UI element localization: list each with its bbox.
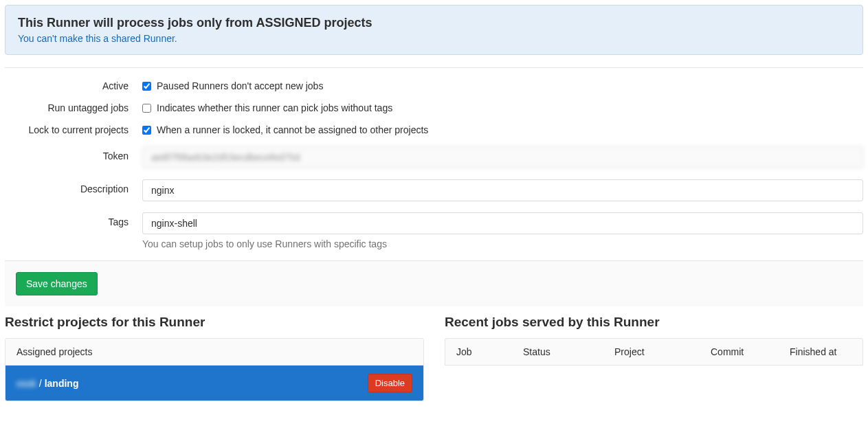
run-untagged-checkbox[interactable]	[142, 104, 151, 113]
save-button[interactable]: Save changes	[16, 272, 98, 295]
th-commit: Commit	[700, 339, 779, 365]
form-row-description: Description	[5, 179, 863, 201]
form-footer: Save changes	[5, 260, 863, 306]
lower-columns: Restrict projects for this Runner Assign…	[5, 315, 863, 401]
label-token: Token	[5, 146, 135, 161]
restrict-title: Restrict projects for this Runner	[5, 315, 424, 330]
label-description: Description	[5, 179, 135, 194]
project-row[interactable]: ossk / landing Disable	[5, 366, 423, 401]
divider	[5, 67, 863, 68]
active-desc: Paused Runners don't accept new jobs	[157, 80, 323, 91]
th-finished: Finished at	[779, 339, 863, 365]
recent-jobs-title: Recent jobs served by this Runner	[445, 315, 863, 330]
assigned-projects-header: Assigned projects	[5, 339, 423, 366]
form-row-lock: Lock to current projects When a runner i…	[5, 124, 863, 135]
project-repo: landing	[45, 378, 79, 389]
th-status: Status	[512, 339, 603, 365]
runner-settings-form: Active Paused Runners don't accept new j…	[5, 80, 863, 306]
label-active: Active	[5, 80, 135, 91]
tags-help-text: You can setup jobs to only use Runners w…	[142, 238, 863, 249]
form-row-untagged: Run untagged jobs Indicates whether this…	[5, 102, 863, 113]
recent-jobs-column: Recent jobs served by this Runner Job St…	[445, 315, 863, 401]
assigned-projects-panel: Assigned projects ossk / landing Disable	[5, 338, 424, 401]
alert-title: This Runner will process jobs only from …	[18, 16, 850, 30]
th-project: Project	[603, 339, 700, 365]
lock-desc: When a runner is locked, it cannot be as…	[157, 124, 428, 135]
restrict-column: Restrict projects for this Runner Assign…	[5, 315, 424, 401]
label-lock: Lock to current projects	[5, 124, 135, 135]
form-row-token: Token	[5, 146, 863, 168]
form-row-tags: Tags You can setup jobs to only use Runn…	[5, 212, 863, 249]
tags-input[interactable]	[142, 212, 863, 234]
info-alert: This Runner will process jobs only from …	[5, 5, 863, 55]
active-checkbox[interactable]	[142, 82, 151, 91]
project-name: ossk / landing	[16, 378, 78, 389]
jobs-table-header: Job Status Project Commit Finished at	[445, 338, 863, 366]
description-input[interactable]	[142, 179, 863, 201]
disable-button[interactable]: Disable	[368, 374, 412, 392]
label-tags: Tags	[5, 212, 135, 227]
token-input[interactable]	[142, 146, 863, 168]
lock-checkbox[interactable]	[142, 126, 151, 135]
project-owner: ossk	[16, 378, 36, 389]
untagged-desc: Indicates whether this runner can pick j…	[157, 102, 392, 113]
alert-subtitle: You can't make this a shared Runner.	[18, 33, 850, 44]
form-row-active: Active Paused Runners don't accept new j…	[5, 80, 863, 91]
th-job: Job	[445, 339, 512, 365]
project-separator: /	[39, 378, 42, 389]
label-untagged: Run untagged jobs	[5, 102, 135, 113]
